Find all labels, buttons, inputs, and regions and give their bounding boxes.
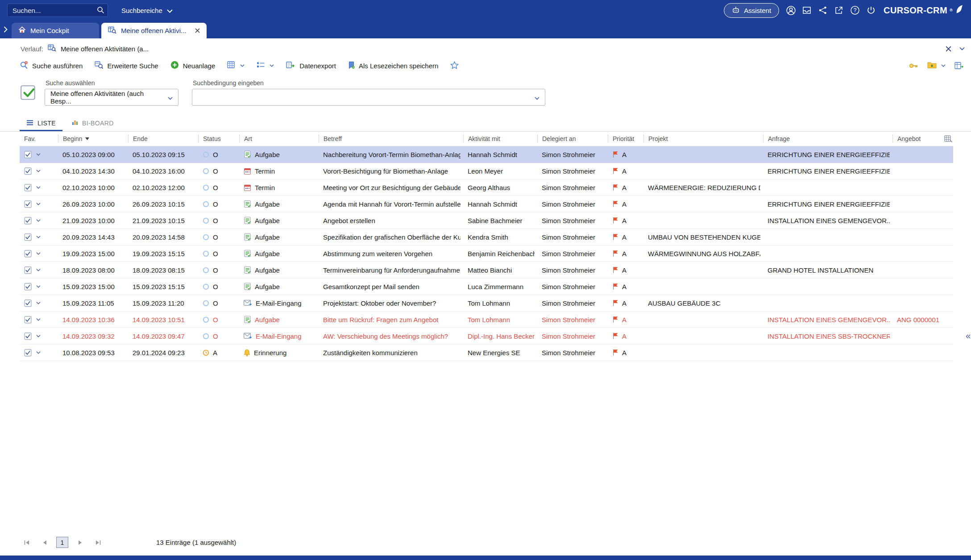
advanced-search-button[interactable]: Erweiterte Suche [95,61,158,71]
task-icon [244,282,251,290]
row-actions-chevron-icon[interactable] [36,335,41,337]
history-value[interactable]: Meine offenen Aktivitäten (a... [61,45,149,53]
favorite-checkbox-icon[interactable] [24,316,32,324]
cell-aktivitaet_mit: Tom Lohmann [463,295,537,311]
favorite-checkbox-icon[interactable] [24,299,32,307]
row-actions-chevron-icon[interactable] [36,170,41,172]
column-header-art[interactable]: Art [239,135,319,143]
column-header-delegiert_an[interactable]: Delegiert an [537,135,608,143]
favorite-checkbox-icon[interactable] [24,184,32,191]
column-header-ende[interactable]: Ende [128,135,198,143]
table-row[interactable]: 18.09.2023 08:0018.09.2023 08:15OAufgabe… [20,262,953,278]
previous-page-button[interactable] [38,536,50,548]
table-row[interactable]: 20.09.2023 14:4320.09.2023 14:58OAufgabe… [20,229,953,245]
table-row[interactable]: 10.08.2023 09:5329.01.2024 09:23AErinner… [20,344,953,361]
new-record-button[interactable]: Neuanlage [170,61,216,71]
table-row[interactable]: 05.10.2023 09:0005.10.2023 09:15OAufgabe… [20,146,953,163]
table-row[interactable]: 04.10.2023 14:3004.10.2023 16:00OTerminV… [20,163,953,179]
table-view-button[interactable] [227,61,245,70]
table-row[interactable]: 14.09.2023 10:3614.09.2023 10:51OAufgabe… [20,311,953,328]
table-row[interactable]: 14.09.2023 09:3214.09.2023 09:47OE-Mail-… [20,328,953,344]
data-export-button[interactable]: Datenexport [286,61,336,71]
row-actions-chevron-icon[interactable] [36,203,41,205]
table-row[interactable]: 21.09.2023 10:0021.09.2023 10:15OAufgabe… [20,212,953,229]
first-page-button[interactable] [21,536,33,548]
row-actions-chevron-icon[interactable] [36,153,41,156]
tab-overflow-chevron-icon[interactable] [4,26,8,33]
column-header-projekt[interactable]: Projekt [643,135,763,143]
user-icon[interactable] [783,2,799,18]
column-header-beginn[interactable]: Beginn [58,135,128,143]
cell-angebot [892,344,953,361]
column-header-betreff[interactable]: Betreff [319,135,463,143]
favorite-checkbox-icon[interactable] [24,250,32,257]
tab-meine-offenen-aktivitaeten[interactable]: Meine offenen Aktivi... [101,23,207,38]
tab-liste[interactable]: LISTE [20,116,62,131]
search-areas-dropdown[interactable]: Suchbereiche [121,7,173,14]
current-page-indicator[interactable]: 1 [56,537,68,548]
cell-status: O [198,163,239,179]
column-header-anfrage[interactable]: Anfrage [763,135,892,143]
cell-projekt [643,212,763,228]
row-actions-chevron-icon[interactable] [36,302,41,304]
layout-export-icon[interactable] [954,62,964,70]
favorite-star-button[interactable] [450,61,459,71]
open-circle-icon [203,184,209,191]
saved-search-dropdown[interactable]: Meine offenen Aktivitäten (auch Besp... [45,89,178,106]
permissions-key-icon[interactable] [909,63,918,69]
search-condition-dropdown[interactable] [192,89,545,106]
search-condition-field: Suchbedingung eingeben [192,79,545,106]
row-actions-chevron-icon[interactable] [36,186,41,189]
history-close-icon[interactable] [946,46,951,52]
column-settings-icon[interactable] [944,135,952,142]
table-row[interactable]: 02.10.2023 10:0002.10.2023 12:00OTerminM… [20,179,953,196]
inbox-icon[interactable] [799,2,815,18]
cell-beginn: 02.10.2023 10:00 [58,179,128,195]
share-icon[interactable] [815,2,831,18]
favorite-checkbox-icon[interactable] [24,349,32,357]
tab-bi-board[interactable]: BI-BOARD [65,116,120,131]
last-page-button[interactable] [92,536,104,548]
row-actions-chevron-icon[interactable] [36,252,41,255]
help-icon[interactable]: ? [847,2,863,18]
favorite-checkbox-icon[interactable] [24,200,32,208]
power-icon[interactable] [863,2,879,18]
history-chevron-down-icon[interactable] [959,47,965,50]
folder-actions-button[interactable] [927,61,946,70]
save-bookmark-button[interactable]: Als Lesezeichen speichern [348,61,438,71]
row-actions-chevron-icon[interactable] [36,269,41,271]
cell-delegiert_an: Simon Strohmeier [537,196,608,212]
favorite-checkbox-icon[interactable] [24,266,32,274]
favorite-checkbox-icon[interactable] [24,151,32,158]
favorite-checkbox-icon[interactable] [24,217,32,224]
table-row[interactable]: 15.09.2023 15:0015.09.2023 15:15OAufgabe… [20,278,953,295]
favorite-checkbox-icon[interactable] [24,167,32,175]
global-search-input[interactable] [7,4,108,17]
run-search-button[interactable]: Suche ausführen [20,61,83,71]
row-actions-chevron-icon[interactable] [36,318,41,321]
tab-mein-cockpit[interactable]: Mein Cockpit [12,23,99,38]
list-view-button[interactable] [257,62,274,70]
open-external-icon[interactable] [831,2,847,18]
assistant-button[interactable]: Assistent [724,3,779,18]
favorite-checkbox-icon[interactable] [24,332,32,340]
table-row[interactable]: 15.09.2023 11:0515.09.2023 11:20OE-Mail-… [20,295,953,311]
row-actions-chevron-icon[interactable] [36,285,41,288]
row-actions-chevron-icon[interactable] [36,351,41,354]
tab-close-icon[interactable] [191,28,200,33]
saved-search-label: Suche auswählen [46,79,178,87]
row-actions-chevron-icon[interactable] [36,219,41,222]
favorite-checkbox-icon[interactable] [24,283,32,290]
column-header-prioritaet[interactable]: Priorität [608,135,643,143]
table-row[interactable]: 26.09.2023 10:0026.09.2023 10:15OAufgabe… [20,196,953,212]
column-header-aktivitaet_mit[interactable]: Aktivität mit [463,135,537,143]
search-icon[interactable] [97,6,104,14]
column-header-status[interactable]: Status [198,135,239,143]
next-page-button[interactable] [74,536,86,548]
row-actions-chevron-icon[interactable] [36,236,41,238]
panel-collapse-icon[interactable]: « [966,331,971,340]
snooze-icon [203,349,209,356]
favorite-checkbox-icon[interactable] [24,233,32,241]
column-header-fav[interactable]: Fav. [20,135,58,143]
table-row[interactable]: 19.09.2023 15:0019.09.2023 15:15OAufgabe… [20,245,953,262]
